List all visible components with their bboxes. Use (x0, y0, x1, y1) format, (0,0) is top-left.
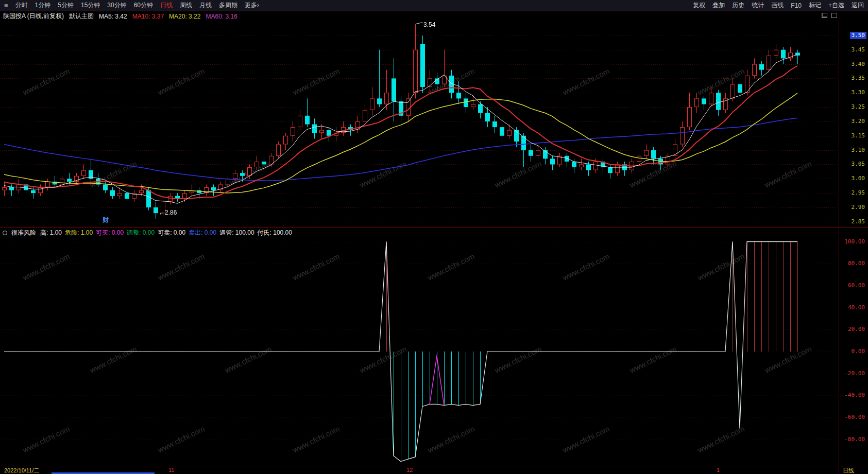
indicator-axis-label: 20.00 (848, 326, 865, 333)
period-tab-multi-period[interactable]: 多周期 (219, 1, 237, 10)
indicator-panel: 100.0080.0060.0040.0020.000.00-20.00-40.… (0, 237, 868, 466)
price-chart-canvas[interactable] (0, 21, 839, 227)
top-toolbar: ≡ 分时1分钟5分钟15分钟30分钟60分钟日线周线月线多周期更多› 复权叠加历… (0, 0, 868, 11)
price-axis-label: 3.05 (852, 161, 865, 168)
main-chart-panel: 3.503.453.403.353.303.253.203.153.103.05… (0, 21, 868, 228)
price-axis-label: 3.35 (852, 75, 865, 82)
indicator-field-danger: 危险: 1.00 (65, 229, 93, 236)
indicator-field-yuguan: 遇管: 100.00 (219, 229, 254, 236)
toolbar-button-mark[interactable]: 标记 (809, 1, 821, 10)
month-marker-11: 11 (168, 467, 174, 473)
indicator-header: 很准风险 高: 1.00危险: 1.00可买: 0.00调整: 0.00可卖: … (0, 228, 868, 237)
indicator-field-high: 高: 1.00 (40, 229, 62, 236)
period-tab-1min[interactable]: 1分钟 (35, 1, 51, 10)
price-axis-label: 3.00 (852, 175, 865, 182)
toolbar-button-statistics[interactable]: 统计 (752, 1, 764, 10)
period-tab-5min[interactable]: 5分钟 (58, 1, 74, 10)
indicator-axis-label: -80.00 (844, 436, 865, 443)
new-window-icon[interactable] (822, 13, 827, 18)
price-axis-label: 3.10 (852, 147, 865, 154)
ma10-value: MA10: 3.37 (132, 13, 164, 20)
ma5-value: MA5: 3.42 (99, 13, 127, 20)
period-tab-60min[interactable]: 60分钟 (134, 1, 153, 10)
toolbar-button-f10[interactable]: F10 (791, 2, 802, 9)
period-tab-more[interactable]: 更多› (245, 1, 259, 10)
indicator-axis-label: -20.00 (844, 370, 865, 377)
price-axis-label: 3.15 (852, 132, 865, 139)
toolbar-button-add-watchlist[interactable]: +自选 (828, 1, 844, 10)
price-axis-label: 3.25 (852, 103, 865, 111)
indicator-axis-label: 0.00 (852, 348, 865, 355)
ma60-value: MA60: 3.16 (206, 13, 237, 20)
toolbar-button-draw-line[interactable]: 画线 (771, 1, 784, 10)
period-tab-30min[interactable]: 30分钟 (107, 1, 126, 10)
period-tab-15min[interactable]: 15分钟 (81, 1, 100, 10)
indicator-field-sell-out: 卖出: 0.00 (189, 229, 216, 236)
indicator-axis-label: 60.00 (848, 282, 865, 289)
period-tabs: ≡ 分时1分钟5分钟15分钟30分钟60分钟日线周线月线多周期更多› (4, 1, 259, 10)
indicator-axis-label: 100.00 (844, 238, 865, 245)
indicator-values: 高: 1.00危险: 1.00可买: 0.00调整: 0.00可卖: 0.00卖… (40, 229, 295, 237)
month-marker-12: 12 (406, 467, 413, 473)
maximize-icon[interactable] (831, 13, 837, 18)
period-tab-timeshare[interactable]: 分时 (15, 1, 28, 10)
indicator-axis: 100.0080.0060.0040.0020.000.00-20.00-40.… (839, 237, 868, 466)
price-axis-label: 3.20 (852, 118, 865, 125)
period-tab-monthly[interactable]: 月线 (199, 1, 212, 10)
stock-title[interactable]: 陕国投A (日线,前复权) (3, 12, 64, 21)
main-layout-label[interactable]: 默认主图 (69, 12, 94, 21)
toolbar-button-history[interactable]: 历史 (732, 1, 744, 10)
price-axis-label: 3.45 (852, 46, 865, 54)
toolbar-button-back[interactable]: 返回 (852, 1, 864, 10)
ma20-value: MA20: 3.22 (169, 13, 200, 20)
price-axis-label: 3.40 (852, 61, 865, 68)
month-marker-1: 1 (717, 467, 720, 473)
ma-values: MA5: 3.42MA10: 3.37MA20: 3.22MA60: 3.16 (99, 13, 243, 20)
indicator-field-can-buy: 可买: 0.00 (96, 229, 124, 236)
indicator-axis-label: -40.00 (844, 392, 865, 399)
indicator-field-fushi: 付氏: 100.00 (258, 229, 292, 236)
chart-header: 陕国投A (日线,前复权) 默认主图 MA5: 3.42MA10: 3.37MA… (0, 11, 868, 21)
indicator-field-adjust: 调整: 0.00 (127, 229, 155, 236)
toolbar-actions: 复权叠加历史统计画线F10标记+自选返回 (693, 1, 864, 10)
header-window-controls (822, 13, 837, 18)
app-menu-icon[interactable]: ≡ (4, 2, 8, 9)
period-tab-daily[interactable]: 日线 (160, 1, 173, 10)
indicator-collapse-icon[interactable] (3, 231, 7, 235)
time-axis-bar: 2022/10/11/二 11121 日线 (0, 466, 868, 474)
stock-chart-app: www.cfchi.comwww.cfchi.comwww.cfchi.comw… (0, 0, 868, 474)
price-axis-label: 2.90 (852, 204, 865, 211)
current-date-label: 2022/10/11/二 (4, 467, 39, 474)
indicator-axis-label: 80.00 (848, 260, 865, 267)
price-axis-label: 3.30 (852, 89, 865, 96)
toolbar-button-restore-rights[interactable]: 复权 (693, 1, 705, 10)
price-axis-label: 2.85 (852, 218, 865, 225)
price-axis: 3.503.453.403.353.303.253.203.153.103.05… (839, 21, 868, 227)
period-tab-weekly[interactable]: 周线 (180, 1, 192, 10)
price-axis-label: 2.95 (852, 189, 865, 197)
indicator-canvas[interactable] (0, 237, 839, 466)
indicator-field-can-sell: 可卖: 0.00 (158, 229, 185, 236)
indicator-axis-label: 40.00 (848, 304, 865, 311)
period-label: 日线 (843, 467, 854, 474)
toolbar-button-overlay[interactable]: 叠加 (712, 1, 725, 10)
indicator-axis-label: -60.00 (844, 414, 865, 421)
price-axis-label: 3.50 (850, 32, 867, 39)
indicator-title[interactable]: 很准风险 (11, 229, 36, 237)
